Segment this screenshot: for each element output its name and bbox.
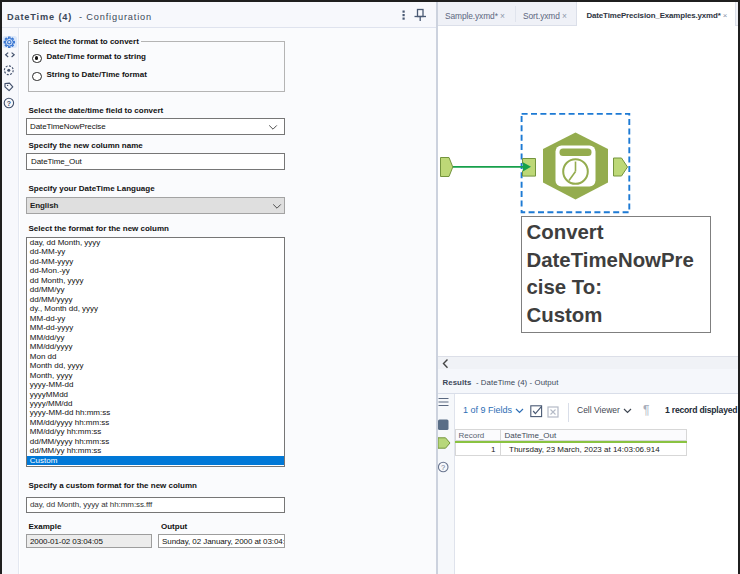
svg-text:?: ? [441, 463, 445, 472]
svg-text:?: ? [7, 100, 11, 107]
